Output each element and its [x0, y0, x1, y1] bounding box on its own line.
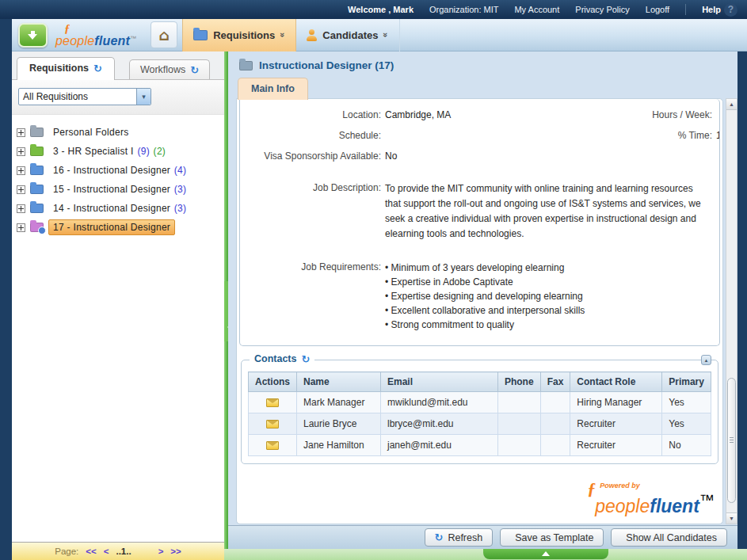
brand-text: peoplefluent™	[55, 34, 136, 48]
save-as-template-button[interactable]: Save as Template	[500, 528, 604, 547]
chevron-down-icon: »	[278, 32, 288, 37]
actions-cell	[249, 392, 297, 413]
refresh-icon[interactable]: ↻	[190, 65, 199, 75]
expand-icon[interactable]	[17, 147, 25, 156]
page-prev-link[interactable]: <	[104, 547, 109, 556]
table-row[interactable]: Jane Hamiltonjaneh@mit.eduRecruiterNo	[249, 435, 711, 456]
tree-item[interactable]: 15 - Instructional Designer (3)	[13, 180, 223, 199]
scroll-up-icon[interactable]: ▲	[726, 99, 737, 110]
location-value: Cambridge, MA	[385, 109, 619, 121]
contacts-legend: Contacts ↻	[250, 353, 314, 364]
page-title-row: Instructional Designer (17)	[239, 59, 394, 71]
expand-icon[interactable]	[17, 185, 25, 194]
cell-primary: No	[662, 435, 711, 456]
drawer-expand-handle[interactable]	[483, 549, 608, 559]
column-header-name[interactable]: Name	[297, 372, 381, 392]
refresh-icon[interactable]: ↻	[301, 354, 310, 364]
main-info-section: Location: Cambridge, MA Hours / Week: Sc…	[239, 99, 720, 346]
folder-icon	[30, 223, 44, 232]
refresh-icon: ↻	[435, 532, 444, 543]
tree-item[interactable]: 14 - Instructional Designer (3)	[13, 199, 223, 218]
column-header-fax[interactable]: Fax	[540, 372, 570, 392]
tab-main-info[interactable]: Main Info	[238, 78, 308, 100]
privacy-policy-link[interactable]: Privacy Policy	[575, 5, 629, 14]
folder-icon	[30, 147, 44, 156]
table-header-row: ActionsNameEmailPhoneFaxContact RolePrim…	[249, 372, 711, 392]
organization-link[interactable]: Organization: MIT	[429, 5, 498, 14]
home-icon: ⌂	[158, 28, 170, 43]
tree-item-label[interactable]: 17 - Instructional Designer	[48, 219, 175, 235]
tree-item-label[interactable]: 14 - Instructional Designer (3)	[48, 200, 191, 216]
cell-phone	[497, 435, 540, 456]
time-label: % Time:	[623, 129, 712, 142]
requisition-filter-select[interactable]: All Requisitions ▾	[18, 88, 151, 105]
help-icon[interactable]: ?	[724, 3, 737, 17]
page-first-link[interactable]: <<	[86, 547, 96, 556]
scrollbar-thumb[interactable]	[727, 378, 736, 503]
tree-item[interactable]: 16 - Instructional Designer (4)	[13, 161, 223, 180]
count-badge: (3)	[174, 203, 187, 214]
refresh-button[interactable]: ↻Refresh	[425, 528, 494, 547]
my-account-link[interactable]: My Account	[514, 5, 559, 14]
tree-item-label[interactable]: 15 - Instructional Designer (3)	[48, 181, 191, 197]
pagination-bar: Page: << < ..1.. > >>	[12, 542, 224, 560]
tree-item[interactable]: 3 - HR Specialist I (9) (2)	[13, 142, 223, 161]
tab-requisitions[interactable]: Requisitions ↻	[17, 57, 115, 80]
chevron-down-icon[interactable]: ▾	[136, 89, 151, 105]
tree-item-label[interactable]: 3 - HR Specialist I (9) (2)	[48, 143, 170, 159]
email-icon[interactable]	[266, 420, 279, 429]
cell-name: Jane Hamilton	[297, 435, 381, 456]
tree-item[interactable]: 17 - Instructional Designer	[13, 218, 223, 237]
folder-tree: Personal Folders3 - HR Specialist I (9) …	[12, 115, 224, 542]
field-row: Job Description: To provide the MIT comm…	[248, 181, 708, 242]
menu-tab-candidates[interactable]: Candidates »	[296, 19, 399, 51]
powered-by-logo: ƒ Powered by peoplefluent™	[585, 480, 715, 516]
cell-role: Hiring Manager	[570, 392, 662, 413]
requisitions-menu-label: Requisitions	[213, 29, 275, 41]
column-header-primary[interactable]: Primary	[662, 372, 711, 392]
expand-icon[interactable]	[17, 204, 25, 213]
actions-cell	[249, 413, 297, 435]
filter-row: All Requisitions ▾	[12, 80, 224, 115]
count-badge: (9)	[137, 146, 150, 157]
column-header-actions[interactable]: Actions	[249, 372, 297, 392]
logoff-link[interactable]: Logoff	[646, 5, 669, 14]
table-row[interactable]: Laurie Brycelbryce@mit.eduRecruiterYes	[249, 413, 711, 435]
hours-label: Hours / Week:	[623, 109, 712, 121]
help-link[interactable]: Help ?	[702, 3, 737, 17]
actions-cell	[249, 435, 297, 456]
vertical-scrollbar[interactable]: ▲ ▼	[726, 98, 737, 524]
brand-people: people	[595, 496, 650, 516]
expand-icon[interactable]	[17, 223, 25, 232]
home-button[interactable]: ⌂	[151, 21, 177, 48]
tree-item-label[interactable]: Personal Folders	[48, 124, 134, 140]
collapse-section-icon[interactable]: ▴	[701, 355, 711, 365]
tab-workflows[interactable]: Workflows ↻	[129, 59, 210, 79]
menu-tab-requisitions[interactable]: Requisitions »	[182, 19, 296, 51]
requisition-detail: Location: Cambridge, MA Hours / Week: Sc…	[236, 98, 723, 524]
column-header-email[interactable]: Email	[380, 372, 497, 392]
cell-phone	[497, 413, 540, 435]
folder-icon	[30, 166, 44, 175]
collapse-menu-button[interactable]	[18, 23, 48, 48]
expand-icon[interactable]	[17, 128, 25, 137]
expand-icon[interactable]	[17, 166, 25, 175]
tree-item[interactable]: Personal Folders	[13, 123, 223, 142]
refresh-icon[interactable]: ↻	[93, 63, 102, 74]
tree-item-label[interactable]: 16 - Instructional Designer (4)	[48, 162, 191, 178]
email-icon[interactable]	[266, 398, 279, 407]
peoplefluent-app: Welcome , Mark Organization: MIT My Acco…	[0, 0, 747, 560]
selected-filter-value: All Requisitions	[19, 91, 136, 102]
column-header-phone[interactable]: Phone	[497, 372, 540, 392]
email-icon[interactable]	[266, 441, 279, 450]
welcome-text: Welcome , Mark	[348, 5, 414, 14]
page-last-link[interactable]: >>	[170, 547, 181, 556]
scroll-down-icon[interactable]: ▼	[726, 512, 737, 524]
table-row[interactable]: Mark Managermwiklund@mit.eduHiring Manag…	[249, 392, 711, 413]
count-badge: (3)	[174, 184, 187, 195]
powered-by-label: Powered by	[600, 482, 640, 490]
column-header-contact-role[interactable]: Contact Role	[570, 372, 662, 392]
candidates-menu-label: Candidates	[322, 29, 378, 41]
show-all-candidates-button[interactable]: Show All Candidates	[611, 528, 727, 547]
page-next-link[interactable]: >	[158, 547, 164, 556]
